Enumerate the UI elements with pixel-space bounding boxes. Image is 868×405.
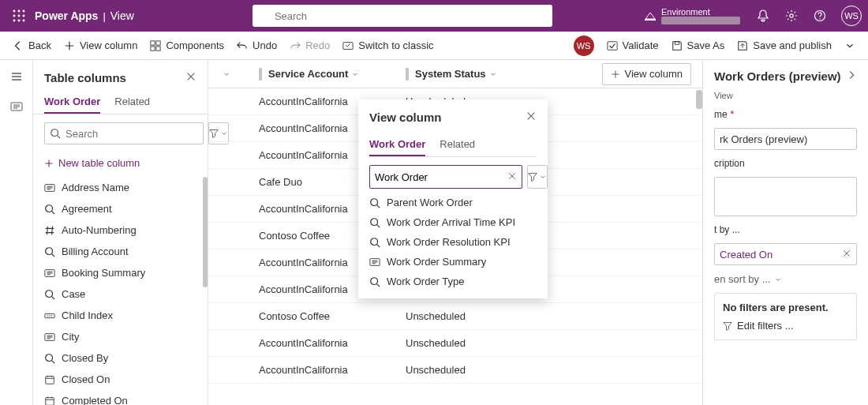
popover-result-item[interactable]: Work Order Arrival Time KPI [369, 216, 537, 228]
user-avatar[interactable]: WS [841, 6, 862, 26]
brand-title: Power Apps [35, 9, 98, 22]
description-label: cription [714, 158, 857, 169]
undo-button[interactable]: Undo [237, 39, 277, 51]
notifications-icon[interactable] [756, 9, 770, 23]
column-item[interactable]: Child Index [44, 305, 203, 326]
panel-close-icon[interactable] [185, 71, 196, 84]
column-item-label: Address Name [62, 182, 129, 193]
tab-work-order[interactable]: Work Order [44, 91, 100, 114]
back-button[interactable]: Back [13, 39, 51, 51]
table-row[interactable]: AccountInCaliforniaUnscheduled [208, 357, 702, 384]
redo-button[interactable]: Redo [290, 39, 330, 51]
then-sort-by-link[interactable]: en sort by ... [714, 273, 857, 285]
popover-result-item[interactable]: Work Order Resolution KPI [369, 236, 537, 248]
result-label: Work Order Type [387, 276, 465, 287]
result-type-icon [369, 197, 380, 208]
cell-system-status: Unscheduled [406, 310, 563, 322]
drag-handle-icon[interactable] [406, 68, 409, 81]
popover-result-item[interactable]: Work Order Type [369, 276, 537, 287]
no-filters-text: No filters are present. [723, 302, 848, 313]
rail-menu-icon[interactable] [6, 66, 27, 87]
table-row[interactable]: AccountInCaliforniaUnscheduled [208, 330, 702, 357]
back-label: Back [28, 39, 51, 51]
column-item[interactable]: City [44, 326, 203, 347]
popover-result-item[interactable]: Parent Work Order [369, 197, 537, 208]
view-column-button[interactable]: View column [64, 39, 137, 51]
rail-form-icon[interactable] [6, 96, 27, 117]
environment-picker[interactable]: Environment [644, 7, 740, 24]
sort-chip[interactable]: Created On [714, 243, 857, 265]
name-input[interactable]: rk Orders (preview) [714, 128, 857, 150]
column-chevron-left[interactable] [219, 70, 234, 78]
validate-button[interactable]: Validate [607, 39, 659, 51]
column-header-service-account[interactable]: Service Account [234, 68, 406, 81]
table-row[interactable]: Contoso CoffeeUnscheduled [208, 303, 702, 330]
new-table-column-button[interactable]: New table column [33, 152, 208, 177]
drag-handle-icon[interactable] [259, 68, 262, 81]
help-icon[interactable] [813, 9, 827, 23]
column-type-icon [44, 310, 55, 321]
sort-chip-remove-icon[interactable] [842, 249, 851, 261]
column-type-icon [44, 246, 55, 257]
column-type-icon [44, 289, 55, 300]
popover-tab-work-order[interactable]: Work Order [369, 133, 425, 156]
result-label: Work Order Arrival Time KPI [387, 216, 515, 228]
tab-related[interactable]: Related [114, 91, 150, 114]
column-search-input[interactable] [65, 128, 198, 140]
command-bar: Back View column Components Undo Redo Sw… [0, 32, 868, 60]
properties-expand-icon[interactable] [846, 69, 857, 83]
save-publish-chevron[interactable] [844, 40, 855, 51]
popover-search[interactable] [369, 165, 522, 189]
new-table-column-label: New table column [58, 157, 140, 169]
column-item[interactable]: Auto-Numbering [44, 219, 203, 241]
column-item[interactable]: Billing Account [44, 241, 203, 262]
column-item[interactable]: Closed On [44, 369, 203, 390]
popover-clear-icon[interactable] [507, 171, 517, 183]
switch-classic-button[interactable]: Switch to classic [342, 39, 433, 51]
topbar: Power Apps | View Environment WS [0, 0, 868, 32]
undo-label: Undo [253, 39, 277, 51]
data-grid: Service Account System Status View colum… [208, 60, 702, 405]
column-item[interactable]: Case [44, 283, 203, 305]
environment-label: Environment [661, 7, 740, 17]
column-item[interactable]: Agreement [44, 198, 203, 219]
owner-avatar[interactable]: WS [574, 36, 594, 56]
column-item[interactable]: Booking Summary [44, 262, 203, 283]
cell-service-account: AccountInCalifornia [234, 364, 406, 376]
result-label: Work Order Resolution KPI [387, 236, 511, 248]
scrollbar-thumb[interactable] [203, 177, 208, 287]
settings-icon[interactable] [784, 9, 799, 23]
global-search-input[interactable] [275, 10, 546, 22]
grid-scrollbar-thumb[interactable] [696, 90, 702, 109]
column-item[interactable]: Completed On [44, 390, 203, 405]
column-header-label: Service Account [268, 68, 348, 80]
view-column-header-button[interactable]: View column [602, 63, 691, 85]
save-as-button[interactable]: Save As [672, 39, 725, 51]
view-column-header-label: View column [625, 68, 683, 80]
edit-filters-button[interactable]: Edit filters ... [723, 320, 848, 332]
column-header-system-status[interactable]: System Status [406, 68, 563, 81]
column-item[interactable]: Address Name [44, 177, 203, 198]
save-publish-button[interactable]: Save and publish [737, 39, 832, 51]
edit-filters-label: Edit filters ... [737, 320, 794, 332]
redo-label: Redo [305, 39, 330, 51]
popover-close-icon[interactable] [526, 111, 537, 124]
global-search[interactable] [253, 5, 552, 27]
cell-system-status: Unscheduled [406, 364, 563, 376]
environment-org [661, 17, 740, 24]
components-button[interactable]: Components [150, 39, 224, 51]
column-type-icon [44, 268, 55, 279]
column-item[interactable]: Closed By [44, 347, 203, 369]
result-label: Work Order Summary [387, 256, 486, 268]
name-label: me [714, 109, 728, 120]
panel-title: Table columns [44, 71, 126, 84]
column-search[interactable] [44, 122, 204, 144]
popover-search-input[interactable] [375, 171, 507, 183]
column-item-label: Case [62, 288, 85, 300]
popover-result-item[interactable]: Work Order Summary [369, 256, 537, 268]
app-launcher-icon[interactable] [6, 3, 32, 28]
then-sort-label: en sort by ... [714, 273, 771, 285]
popover-filter-button[interactable] [527, 165, 548, 189]
description-input[interactable] [714, 177, 857, 216]
popover-tab-related[interactable]: Related [440, 133, 475, 156]
